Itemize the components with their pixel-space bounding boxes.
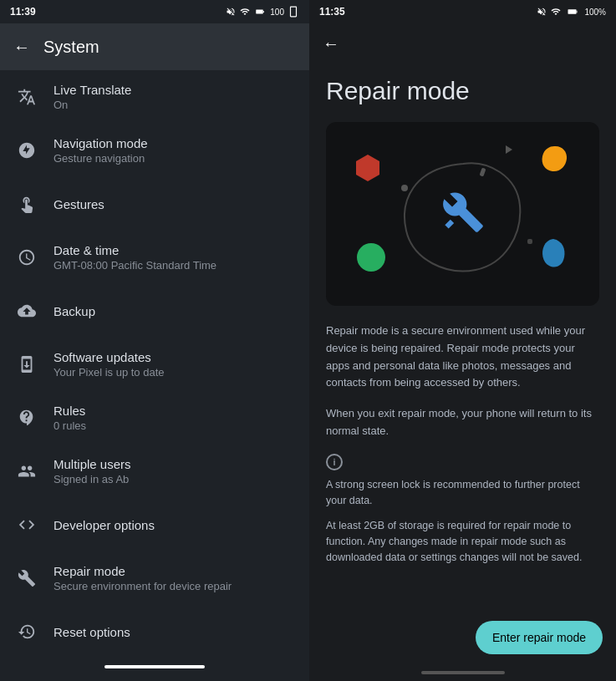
software-updates-subtitle: Your Pixel is up to date [53, 366, 296, 379]
svg-rect-7 [568, 10, 576, 14]
info-text-1: A strong screen lock is recommended to f… [326, 477, 599, 509]
svg-rect-5 [577, 11, 578, 13]
settings-item-reset[interactable]: Reset options [0, 605, 309, 658]
rules-title: Rules [53, 404, 296, 418]
datetime-text: Date & time GMT-08:00 Pacific Standard T… [53, 243, 296, 272]
navigation-title: Navigation mode [53, 136, 296, 150]
live-translate-subtitle: On [53, 99, 296, 111]
developer-icon [13, 511, 40, 538]
navigation-icon [13, 137, 40, 164]
info-circle-icon: i [326, 454, 343, 470]
clock-icon [13, 244, 40, 271]
svg-rect-1 [263, 11, 264, 13]
left-status-bar: 11:39 100 [0, 0, 309, 23]
right-back-button[interactable]: ← [323, 34, 339, 53]
right-mute-icon [536, 7, 547, 17]
repair-icon [13, 565, 40, 592]
settings-item-backup[interactable]: Backup [0, 284, 309, 338]
settings-item-rules[interactable]: Rules 0 rules [0, 391, 309, 445]
update-icon [13, 351, 40, 378]
settings-item-multiple-users[interactable]: Multiple users Signed in as Ab [0, 445, 309, 498]
gestures-title: Gestures [53, 197, 296, 211]
software-updates-title: Software updates [53, 350, 296, 364]
settings-item-datetime[interactable]: Date & time GMT-08:00 Pacific Standard T… [0, 231, 309, 284]
settings-item-gestures[interactable]: Gestures [0, 177, 309, 231]
dot1 [401, 185, 408, 191]
reset-text: Reset options [53, 625, 296, 639]
play-triangle [506, 145, 512, 154]
settings-item-live-translate[interactable]: Live Translate On [0, 70, 309, 124]
wifi-icon [240, 7, 250, 17]
reset-icon [13, 618, 40, 645]
repair-description-2: When you exit repair mode, your phone wi… [326, 405, 599, 440]
screenshot-icon [288, 6, 299, 18]
multiple-users-subtitle: Signed in as Ab [53, 473, 296, 485]
settings-item-developer[interactable]: Developer options [0, 498, 309, 551]
users-icon [13, 458, 40, 485]
settings-item-repair[interactable]: Repair mode Secure environment for devic… [0, 551, 309, 605]
battery-icon [253, 7, 267, 17]
dot2 [527, 239, 532, 244]
left-time: 11:39 [10, 6, 36, 18]
right-time: 11:35 [319, 6, 345, 18]
reset-title: Reset options [53, 625, 296, 639]
svg-point-9 [357, 243, 385, 272]
shape-blue [541, 237, 566, 272]
backup-icon [13, 297, 40, 324]
settings-item-navigation[interactable]: Navigation mode Gesture navigation [0, 124, 309, 177]
backup-text: Backup [53, 304, 296, 318]
info-icon-row: i [326, 454, 599, 470]
rules-text: Rules 0 rules [53, 404, 296, 432]
multiple-users-text: Multiple users Signed in as Ab [53, 457, 296, 485]
repair-subtitle: Secure environment for device repair [53, 580, 296, 592]
mute-icon [225, 7, 237, 17]
right-battery-text: 100% [584, 8, 606, 17]
gestures-icon [13, 191, 40, 217]
shape-yellow [538, 143, 570, 178]
left-battery-percent: 100 [270, 8, 284, 17]
datetime-title: Date & time [53, 243, 296, 257]
bottom-button-area: Enter repair mode [309, 611, 616, 671]
right-battery-icon [564, 7, 581, 17]
developer-title: Developer options [53, 518, 296, 532]
repair-title: Repair mode [53, 564, 296, 578]
right-wifi-icon [551, 7, 561, 17]
settings-item-software-updates[interactable]: Software updates Your Pixel is up to dat… [0, 338, 309, 391]
repair-mode-title: Repair mode [326, 77, 599, 105]
shape-green [355, 241, 387, 277]
right-content: Repair mode [309, 64, 616, 611]
right-status-icons: 100% [536, 7, 606, 17]
left-back-button[interactable]: ← [13, 38, 30, 57]
rules-icon [13, 404, 40, 431]
gestures-text: Gestures [53, 197, 296, 211]
info-text-2: At least 2GB of storage is required for … [326, 518, 599, 565]
datetime-subtitle: GMT-08:00 Pacific Standard Time [53, 259, 296, 272]
left-panel: 11:39 100 ← System Live Translate On [0, 0, 309, 681]
right-panel: 11:35 100% ← Repair mode [309, 0, 616, 681]
rules-subtitle: 0 rules [53, 419, 296, 432]
navigation-text: Navigation mode Gesture navigation [53, 136, 296, 165]
tools-icon [441, 191, 485, 237]
right-status-bar: 11:35 100% [309, 0, 616, 23]
svg-rect-3 [257, 10, 263, 13]
right-top-bar: ← [309, 23, 616, 64]
repair-illustration [326, 122, 599, 306]
left-top-bar: ← System [0, 23, 309, 70]
shape-red [351, 151, 384, 188]
enter-repair-button[interactable]: Enter repair mode [476, 621, 603, 654]
multiple-users-title: Multiple users [53, 457, 296, 471]
live-translate-text: Live Translate On [53, 83, 296, 111]
live-translate-title: Live Translate [53, 83, 296, 97]
settings-list: Live Translate On Navigation mode Gestur… [0, 70, 309, 681]
navigation-subtitle: Gesture navigation [53, 152, 296, 165]
left-status-icons: 100 [225, 6, 299, 18]
developer-text: Developer options [53, 518, 296, 532]
repair-text: Repair mode Secure environment for devic… [53, 564, 296, 592]
repair-description-1: Repair mode is a secure environment used… [326, 323, 599, 392]
backup-title: Backup [53, 304, 296, 318]
svg-marker-8 [356, 155, 379, 181]
left-nav-indicator [104, 665, 205, 668]
info-section: i A strong screen lock is recommended to… [326, 454, 599, 509]
software-updates-text: Software updates Your Pixel is up to dat… [53, 350, 296, 379]
translate-icon [13, 84, 40, 110]
